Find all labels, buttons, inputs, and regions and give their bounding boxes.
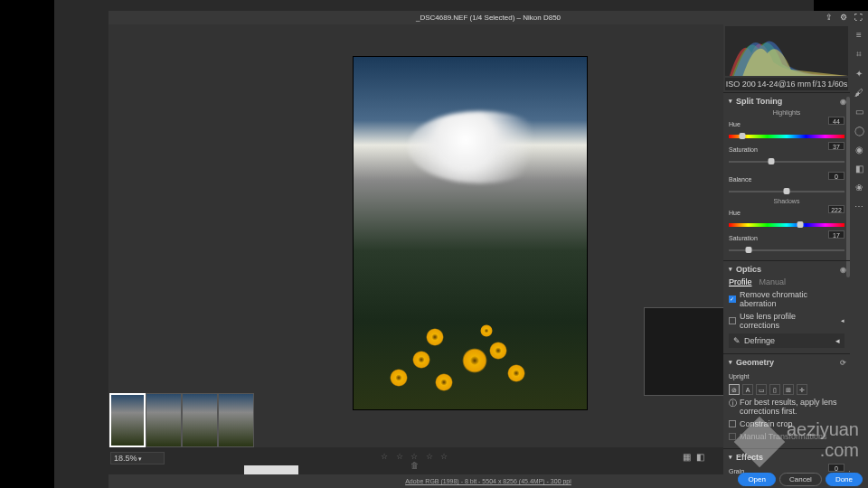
compare-view-icon[interactable]: ◧: [696, 452, 704, 462]
tab-profile[interactable]: Profile: [729, 277, 752, 286]
main-preview-image[interactable]: [353, 56, 588, 410]
brush-icon[interactable]: 🖌: [854, 88, 863, 98]
radial-icon[interactable]: ◯: [854, 126, 864, 136]
filmstrip: [109, 393, 257, 447]
eyedropper-icon: ✎: [733, 336, 741, 345]
geometry-header[interactable]: ▾ Geometry ⟳: [729, 358, 844, 367]
chevron-down-icon: ▾: [729, 454, 732, 461]
visibility-eye-icon[interactable]: ◉: [840, 266, 846, 274]
split-toning-header[interactable]: ▾ Split Toning ◉: [729, 97, 844, 106]
cancel-button[interactable]: Cancel: [779, 473, 822, 486]
edit-sliders-icon[interactable]: ≡: [856, 30, 862, 40]
gradient-icon[interactable]: ▭: [855, 107, 863, 117]
settings-gear-icon[interactable]: ⚙: [840, 11, 847, 24]
share-icon[interactable]: ⇪: [826, 11, 833, 24]
upright-off[interactable]: ⊘: [729, 384, 740, 395]
status-bar: Adobe RGB (1998) - 8 bit - 5504 x 8256 (…: [108, 474, 868, 488]
fullscreen-icon[interactable]: ⛶: [854, 11, 863, 24]
remove-ca-checkbox[interactable]: ✓Remove chromatic aberration: [729, 290, 844, 308]
heal-brush-icon[interactable]: ✦: [855, 69, 863, 79]
canvas-area: [108, 24, 723, 447]
exif-bar: ISO 200 14-24@16 mm f/13 1/60s: [725, 78, 848, 90]
optics-header[interactable]: ▾ Optics ◉: [729, 265, 844, 274]
chevron-down-icon: ▾: [729, 359, 732, 366]
histogram[interactable]: [725, 26, 848, 76]
split-toning-section: ▾ Split Toning ◉ Highlights Hue44 Satura…: [723, 92, 850, 260]
image-content: [381, 287, 561, 396]
redeye-icon[interactable]: ◉: [855, 145, 863, 155]
top-bar: _DSC4689.NEF (1/4 Selected) – Nikon D850…: [108, 11, 868, 24]
chevron-left-icon: ◂: [841, 317, 844, 324]
sh-sat-value[interactable]: 17: [828, 230, 844, 239]
chevron-down-icon: ▾: [729, 266, 732, 273]
status-chip: [244, 465, 298, 474]
done-button[interactable]: Done: [826, 473, 863, 486]
upright-modes: ⊘ A ▭ ▯ ⊞ ✛: [729, 384, 844, 395]
rating-stars[interactable]: ☆ ☆ ☆ ☆ ☆ 🗑: [380, 452, 452, 463]
iso-value: ISO 200: [726, 78, 756, 90]
balance-slider[interactable]: [729, 187, 844, 196]
crop-icon[interactable]: ⌗: [856, 49, 862, 60]
sh-hue-slider[interactable]: [729, 221, 844, 230]
thumbnail[interactable]: [109, 393, 146, 447]
lens-value: 14-24@16 mm: [757, 78, 811, 90]
hl-hue-slider[interactable]: [729, 132, 844, 141]
upright-vertical[interactable]: ▯: [769, 384, 780, 395]
open-button[interactable]: Open: [738, 473, 776, 486]
optics-section: ▾ Optics ◉ Profile Manual ✓Remove chroma…: [723, 260, 850, 353]
defringe-row[interactable]: ✎Defringe◂: [729, 333, 844, 348]
aperture-value: f/13: [813, 78, 826, 90]
edit-panel: ISO 200 14-24@16 mm f/13 1/60s ▾ Split T…: [723, 24, 850, 474]
info-icon: ⓘ: [729, 398, 737, 416]
watermark: aeziyuan.com: [787, 419, 859, 461]
lens-profile-checkbox[interactable]: Use lens profile corrections◂: [729, 312, 844, 330]
thumbnail[interactable]: [146, 393, 182, 447]
thumbnail[interactable]: [218, 393, 254, 447]
sh-sat-slider[interactable]: [729, 246, 844, 255]
reset-icon[interactable]: ⟳: [840, 359, 846, 367]
more-icon[interactable]: ⋯: [854, 202, 863, 211]
upright-guided[interactable]: ✛: [797, 384, 807, 395]
upright-full[interactable]: ⊞: [783, 384, 794, 395]
presets-icon[interactable]: ◧: [855, 164, 863, 174]
webcam-overlay: [644, 307, 730, 396]
upright-auto[interactable]: A: [742, 384, 753, 395]
thumbnail[interactable]: [182, 393, 218, 447]
tab-manual[interactable]: Manual: [760, 277, 787, 286]
grain-value[interactable]: 0: [828, 464, 844, 472]
geometry-hint: ⓘFor best results, apply lens correction…: [729, 398, 844, 416]
right-toolstrip: ≡ ⌗ ✦ 🖌 ▭ ◯ ◉ ◧ ❀ ⋯: [850, 24, 868, 474]
app-frame: _DSC4689.NEF (1/4 Selected) – Nikon D850…: [54, 0, 814, 488]
file-title: _DSC4689.NEF (1/4 Selected) – Nikon D850: [416, 14, 561, 22]
snapshots-icon[interactable]: ❀: [855, 183, 863, 192]
hl-sat-value[interactable]: 37: [828, 142, 844, 150]
chevron-down-icon: ▾: [729, 98, 732, 105]
highlights-label: Highlights: [729, 109, 844, 116]
chevron-left-icon: ◂: [835, 336, 840, 345]
image-content: [408, 111, 552, 183]
visibility-eye-icon[interactable]: ◉: [840, 98, 846, 106]
grid-view-icon[interactable]: ▦: [683, 452, 691, 462]
sh-hue-value[interactable]: 222: [828, 205, 844, 213]
hl-sat-slider[interactable]: [729, 157, 844, 166]
balance-value[interactable]: 0: [828, 172, 844, 180]
hl-hue-value[interactable]: 44: [828, 117, 844, 125]
zoom-dropdown[interactable]: 18.5% ▾: [110, 452, 165, 465]
shadows-label: Shadows: [729, 198, 844, 204]
shutter-value: 1/60s: [827, 78, 847, 90]
upright-level[interactable]: ▭: [756, 384, 767, 395]
